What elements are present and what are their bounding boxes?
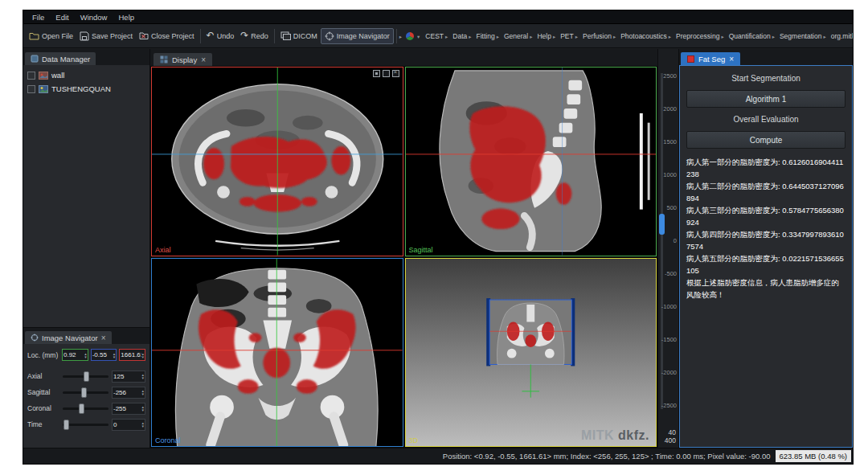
- viewport-3d[interactable]: MITK dkfz. 3D: [405, 258, 657, 448]
- toolbar-menu-example-views[interactable]: org.mitk.views.example...: [829, 31, 853, 42]
- open-file-button[interactable]: Open File: [26, 29, 76, 43]
- toolbar-menu-fitting[interactable]: Fitting: [474, 31, 502, 42]
- toolbar-menu-cest[interactable]: CEST: [423, 31, 450, 42]
- scale-tick: -2500: [661, 403, 677, 409]
- menubar: File Edit Window Help: [23, 10, 853, 24]
- coronal-slider[interactable]: [63, 407, 108, 410]
- tab-fat-seg[interactable]: Fat Seg: [681, 52, 740, 65]
- dicom-button[interactable]: DICOM: [277, 29, 321, 43]
- layout-icon[interactable]: [383, 70, 390, 77]
- loc-z-spinbox[interactable]: ▴▾: [119, 349, 145, 361]
- coronal-spinbox[interactable]: ▴▾: [112, 403, 145, 415]
- scale-tick: -500: [665, 271, 677, 277]
- loc-x-input[interactable]: [63, 351, 84, 358]
- coronal-slider-thumb[interactable]: [79, 403, 84, 414]
- undo-button[interactable]: Undo: [203, 29, 238, 43]
- viewport-3d-label: 3D: [409, 436, 419, 444]
- visibility-checkbox[interactable]: [27, 72, 35, 80]
- save-project-label: Save Project: [92, 32, 133, 40]
- visibility-checkbox[interactable]: [27, 85, 35, 93]
- coronal-ct-image[interactable]: [152, 259, 403, 447]
- axial-input[interactable]: [113, 373, 141, 380]
- spin-arrows-icon[interactable]: ▴▾: [113, 352, 117, 358]
- level-value[interactable]: 40: [665, 428, 676, 436]
- tab-data-manager[interactable]: Data Manager: [25, 52, 96, 65]
- time-spinbox[interactable]: ▴▾: [112, 419, 145, 431]
- tab-display[interactable]: Display: [154, 53, 212, 66]
- axial-slider-thumb[interactable]: [84, 371, 89, 382]
- time-input[interactable]: [113, 421, 141, 428]
- image-node-icon: [39, 84, 48, 94]
- axial-spinbox[interactable]: ▴▾: [112, 371, 145, 383]
- spin-arrows-icon[interactable]: ▴▾: [141, 389, 145, 395]
- redo-button[interactable]: Redo: [237, 29, 272, 43]
- toolbar-menu-quantification[interactable]: Quantification: [727, 31, 777, 42]
- toolbar-menu-pet[interactable]: PET: [558, 31, 580, 42]
- spin-arrows-icon[interactable]: ▴▾: [141, 405, 145, 412]
- scale-tick: 2500: [663, 73, 677, 80]
- sagittal-ct-image[interactable]: [406, 68, 657, 256]
- menu-help[interactable]: Help: [113, 12, 140, 23]
- toolbar-menu-help[interactable]: Help: [534, 31, 558, 42]
- close-icon[interactable]: [201, 55, 206, 64]
- time-slider-row: Time ▴▾: [27, 416, 145, 432]
- axial-slider[interactable]: [63, 375, 108, 378]
- tree-item-tushengquan[interactable]: TUSHENGQUAN: [27, 82, 145, 96]
- fat-seg-panel: Start Segmentation Algorithm 1 Overall E…: [679, 65, 853, 448]
- spin-arrows-icon[interactable]: ▴▾: [141, 373, 145, 379]
- menu-file[interactable]: File: [27, 12, 50, 23]
- time-slider-label: Time: [27, 420, 59, 428]
- toolbar-menu-segmentation[interactable]: Segmentation: [777, 31, 829, 42]
- database-icon: [31, 55, 39, 63]
- close-project-icon: [139, 31, 149, 40]
- viewport-axial[interactable]: Axial: [151, 67, 403, 256]
- close-icon[interactable]: [101, 334, 106, 342]
- time-slider-thumb[interactable]: [63, 420, 69, 430]
- save-project-button[interactable]: Save Project: [76, 29, 136, 43]
- toolbar-menu-perfusion[interactable]: Perfusion: [580, 31, 618, 42]
- sagittal-slider[interactable]: [63, 391, 108, 394]
- crosshair-mode-icon[interactable]: [373, 70, 380, 77]
- close-icon[interactable]: [729, 55, 734, 63]
- algorithm-1-button[interactable]: Algorithm 1: [686, 90, 845, 108]
- spin-arrows-icon[interactable]: ▴▾: [141, 421, 145, 428]
- submenu-arrow-icon: [497, 32, 499, 40]
- loc-y-input[interactable]: [92, 351, 113, 358]
- spin-arrows-icon[interactable]: ▴▾: [84, 352, 88, 358]
- menu-window[interactable]: Window: [75, 12, 113, 23]
- viewport-sagittal[interactable]: Sagittal: [405, 67, 657, 256]
- display-tabbar: Display: [150, 49, 657, 66]
- sagittal-input[interactable]: [113, 389, 141, 396]
- toolbar-menu-general[interactable]: General: [502, 31, 535, 42]
- toolbar-menu-data[interactable]: Data: [450, 31, 473, 42]
- statusbar: Position: <0.92, -0.55, 1661.61> mm; Ind…: [23, 448, 853, 464]
- color-wheel-button[interactable]: [402, 29, 423, 43]
- mitk-dkfz-watermark: MITK dkfz.: [581, 428, 649, 443]
- compute-button[interactable]: Compute: [686, 131, 845, 149]
- close-project-button[interactable]: Close Project: [136, 29, 198, 43]
- spin-arrows-icon[interactable]: ▴▾: [142, 352, 145, 358]
- result-line: 病人第一部分的脂肪密度为: 0.6126016904411238: [686, 156, 845, 180]
- loc-z-input[interactable]: [120, 351, 141, 358]
- scale-tick: -1000: [661, 304, 677, 310]
- menu-edit[interactable]: Edit: [50, 12, 74, 23]
- overall-evaluation-title: Overall Evaluation: [686, 113, 845, 125]
- viewport-coronal[interactable]: Coronal: [151, 258, 403, 448]
- loc-y-spinbox[interactable]: ▴▾: [91, 349, 117, 361]
- submenu-arrow-icon: [445, 32, 448, 40]
- loc-x-spinbox[interactable]: ▴▾: [62, 349, 88, 361]
- threed-render-image[interactable]: [406, 259, 657, 447]
- fullscreen-icon[interactable]: [392, 70, 399, 77]
- sagittal-slider-thumb[interactable]: [81, 387, 87, 398]
- image-navigator-button[interactable]: Image Navigator: [321, 28, 394, 44]
- window-value[interactable]: 400: [665, 436, 676, 444]
- sagittal-spinbox[interactable]: ▴▾: [112, 387, 145, 399]
- fat-seg-tab-label: Fat Seg: [698, 55, 725, 63]
- toolbar-menu-photoacoustics[interactable]: Photoacoustics: [618, 31, 674, 42]
- toolbar-menu-preprocessing[interactable]: Preprocessing: [674, 31, 727, 42]
- axial-ct-image[interactable]: [152, 68, 403, 256]
- time-slider[interactable]: [63, 424, 108, 426]
- coronal-input[interactable]: [113, 405, 141, 412]
- tree-item-wall[interactable]: wall: [27, 68, 145, 82]
- tab-image-navigator[interactable]: Image Navigator: [25, 331, 112, 344]
